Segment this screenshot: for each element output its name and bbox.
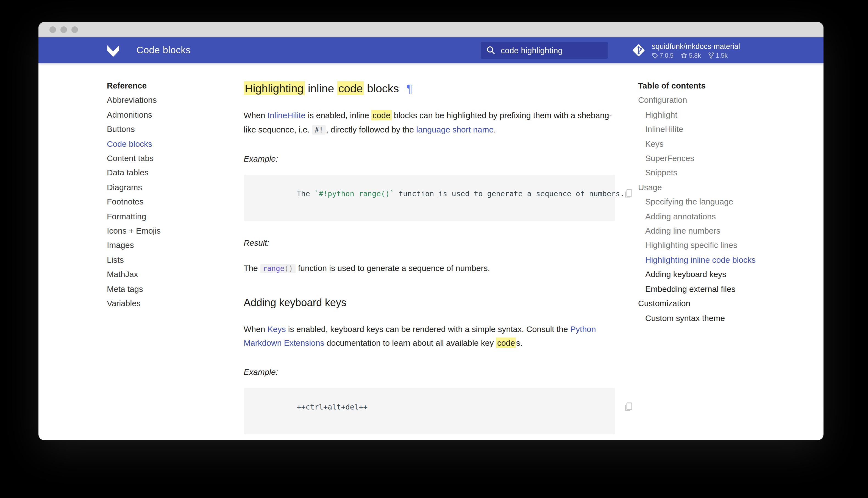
text-plain: The (244, 263, 260, 273)
sidebar-item[interactable]: Meta tags (107, 282, 228, 296)
repo-link[interactable]: squidfunk/mkdocs-material 7.0.5 (631, 42, 750, 59)
text-plain: function is used to generate a sequence … (296, 263, 490, 273)
text-plain: When (244, 324, 268, 333)
git-repo-icon (631, 43, 646, 58)
text-plain: inline (304, 82, 337, 94)
material-logo-icon[interactable] (106, 43, 120, 57)
toc-item[interactable]: Highlighting specific lines (638, 238, 772, 253)
sidebar-list: Reference Abbreviations Admonitions Butt… (107, 79, 228, 311)
text-plain: is enabled, inline (306, 110, 371, 120)
text-icode: #! (312, 125, 326, 134)
paragraph-range-result: The range() function is used to generate… (244, 261, 615, 276)
text-plain: blocks (364, 82, 402, 94)
sidebar-item[interactable]: Variables (107, 296, 228, 311)
text-link[interactable]: InlineHilite (268, 110, 306, 120)
text-plain: When (244, 110, 268, 120)
sidebar-item[interactable]: Admonitions (107, 108, 228, 122)
toc-item[interactable]: InlineHilite (638, 122, 772, 136)
text-plain: , directly followed by the (326, 124, 417, 134)
sidebar-item[interactable]: Abbreviations (107, 93, 228, 108)
page-title[interactable]: Code blocks (136, 44, 191, 56)
toc-item[interactable]: Highlighting inline code blocks (638, 253, 772, 267)
tag-icon (652, 52, 658, 58)
browser-window: Code blocks (39, 22, 824, 440)
example-label-2: Example: (244, 365, 615, 378)
text-cplain: The (297, 189, 314, 198)
toc-item[interactable]: Snippets (638, 166, 772, 180)
toc-item[interactable]: Custom syntax theme (638, 311, 772, 325)
text-icode-nb: range (260, 264, 284, 273)
repo-forks: 1.5k (708, 52, 728, 59)
sidebar-item[interactable]: Reference (107, 79, 228, 93)
sidebar-item[interactable]: Icons + Emojis (107, 224, 228, 238)
copy-icon (623, 401, 634, 412)
copy-button[interactable] (598, 180, 610, 191)
search-icon (486, 45, 495, 55)
sidebar-item[interactable]: Lists (107, 253, 228, 267)
toc-item[interactable]: SuperFences (638, 151, 772, 166)
search-box[interactable] (480, 42, 608, 59)
zoom-button[interactable] (71, 26, 78, 33)
text-plain: s. (516, 338, 523, 348)
text-plain: . (493, 124, 496, 134)
app-header: Code blocks (39, 37, 824, 63)
toc-item[interactable]: Keys (638, 136, 772, 151)
sidebar-item[interactable]: Images (107, 238, 228, 253)
sidebar-item[interactable]: Diagrams (107, 180, 228, 195)
repo-name: squidfunk/mkdocs-material (652, 42, 740, 51)
minimize-button[interactable] (60, 26, 67, 33)
toc-item[interactable]: Adding keyboard keys (638, 267, 772, 282)
toc-item[interactable]: Embedding external files (638, 282, 772, 296)
fork-icon (708, 52, 714, 59)
search-input[interactable] (501, 45, 602, 55)
toc-title: Table of contents (638, 79, 772, 93)
code-block-keys: ++ctrl+alt+del++ (244, 388, 615, 434)
text-link[interactable]: language short name (416, 124, 493, 134)
sidebar-item[interactable]: Footnotes (107, 195, 228, 209)
toc-item[interactable]: Highlight (638, 108, 772, 122)
toc-item[interactable]: Usage (638, 180, 772, 195)
main-content: Highlighting inline code blocks ¶ When I… (228, 63, 637, 440)
copy-button[interactable] (598, 393, 610, 404)
code-block-inline-highlight: The `#!python range()` function is used … (244, 175, 615, 221)
heading-adding-keyboard-keys: Adding keyboard keys (244, 294, 615, 310)
heading-anchor-pilcrow[interactable]: ¶ (407, 82, 412, 94)
toc-list: Configuration Highlight InlineHilite Key… (638, 93, 772, 325)
repo-version: 7.0.5 (652, 52, 674, 59)
toc-item[interactable]: Specifying the language (638, 195, 772, 209)
text-mark: code (337, 81, 364, 95)
repo-stars: 5.8k (681, 52, 701, 59)
example-label: Example: (244, 152, 615, 166)
star-icon (681, 52, 687, 59)
page-heading: Highlighting inline code blocks ¶ (244, 80, 615, 97)
window-titlebar (39, 22, 824, 37)
toc-item[interactable]: Adding line numbers (638, 224, 772, 238)
sidebar-nav: Reference Abbreviations Admonitions Butt… (90, 63, 228, 440)
close-button[interactable] (50, 26, 56, 33)
paragraph-keys: When Keys is enabled, keyboard keys can … (244, 322, 615, 350)
sidebar-item[interactable]: Formatting (107, 209, 228, 224)
text-cplain: ++ctrl+alt+del++ (297, 403, 367, 411)
sidebar-item[interactable]: MathJax (107, 267, 228, 282)
paragraph-inlinehilite: When InlineHilite is enabled, inline cod… (244, 108, 615, 137)
sidebar-item[interactable]: Code blocks (107, 136, 228, 151)
text-cgreen: `#!python range()` (314, 189, 394, 198)
text-plain: is enabled, keyboard keys can be rendere… (286, 324, 570, 333)
text-mark: code (496, 338, 516, 348)
content-area: Reference Abbreviations Admonitions Butt… (90, 63, 772, 440)
copy-icon (623, 188, 634, 199)
text-plain: documentation to learn about all availab… (324, 338, 496, 348)
repo-stats: 7.0.5 5.8k (652, 52, 740, 59)
text-cplain: function is used to generate a sequence … (394, 189, 624, 198)
text-mark: code (371, 110, 391, 120)
text-mark: Highlighting (244, 81, 304, 95)
table-of-contents: Table of contents Configuration Highligh… (637, 63, 772, 440)
toc-item[interactable]: Adding annotations (638, 209, 772, 224)
sidebar-item[interactable]: Content tabs (107, 151, 228, 166)
toc-item[interactable]: Configuration (638, 93, 772, 108)
text-icode-p: () (284, 264, 296, 273)
toc-item[interactable]: Customization (638, 296, 772, 311)
sidebar-item[interactable]: Data tables (107, 166, 228, 180)
sidebar-item[interactable]: Buttons (107, 122, 228, 136)
text-link[interactable]: Keys (268, 324, 286, 333)
